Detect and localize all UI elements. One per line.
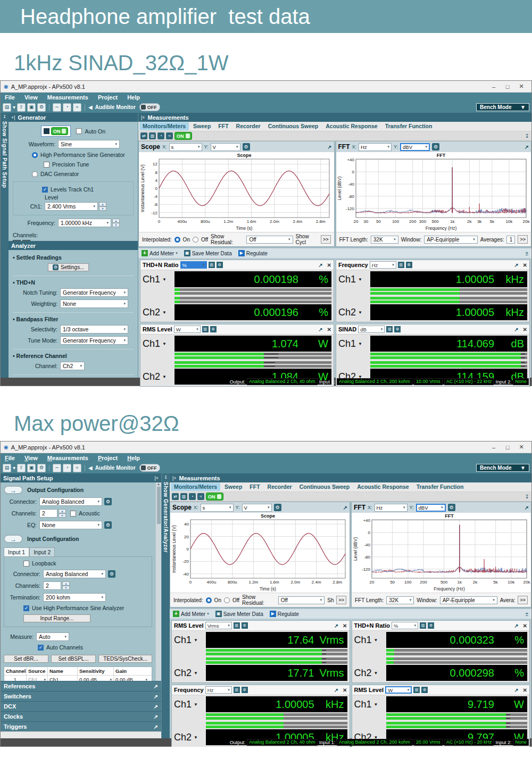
tab-continuous-sweep[interactable]: Continuous Sweep xyxy=(265,122,322,130)
popup-icon[interactable]: ↗ xyxy=(154,714,158,720)
generator-monitor-icon[interactable]: ⇄ xyxy=(172,493,179,500)
tab-transfer-function[interactable]: Transfer Function xyxy=(413,483,467,491)
new-file-icon[interactable]: ▤ xyxy=(3,464,11,472)
show-signal-path-setup-strip[interactable]: ↧ Show Signal Path Setup xyxy=(1,113,9,378)
maximize-button[interactable]: □ xyxy=(501,444,514,451)
pin-icon[interactable]: |+ xyxy=(172,476,177,481)
input-channels-stepper[interactable]: ▲▼ xyxy=(62,581,70,590)
y-axis-dropdown[interactable]: dBV▾ xyxy=(416,504,446,512)
hp-analyzer-checkbox[interactable]: ✓ xyxy=(23,605,29,611)
tab-acoustic-response[interactable]: Acoustic Response xyxy=(354,483,412,491)
sidebar-item-dcx[interactable]: DCX↗ xyxy=(1,701,161,711)
acoustic-checkbox[interactable]: Acoustic xyxy=(70,510,100,517)
cell-name[interactable]: Ch1 xyxy=(48,676,78,681)
tab-recorder[interactable]: Recorder xyxy=(264,483,295,491)
bench-mode-select[interactable]: Bench Mode▼ xyxy=(476,103,529,111)
meter-display-icon[interactable]: ▥ xyxy=(209,262,215,268)
maximize-button[interactable]: □ xyxy=(501,84,514,90)
more-options-button[interactable]: >> xyxy=(518,596,528,604)
save-meter-data-button[interactable]: ▣Save Meter Data xyxy=(215,611,263,617)
sine-generator-icon[interactable]: ∼ xyxy=(53,103,61,112)
close-icon[interactable]: ✕ xyxy=(327,327,331,332)
interpolated-on-radio[interactable] xyxy=(206,597,212,603)
popup-icon[interactable]: ↗ xyxy=(343,505,347,511)
popup-icon[interactable]: ↗ xyxy=(514,262,518,268)
popup-icon[interactable]: ↗ xyxy=(154,704,158,710)
input-range-button[interactable]: Input Range... xyxy=(23,614,90,622)
y-axis-dropdown[interactable]: dBV▾ xyxy=(400,143,430,151)
scope-monitor-icon[interactable]: ≈ xyxy=(166,132,173,139)
x-axis-dropdown[interactable]: s▾ xyxy=(169,143,202,151)
titlebar[interactable]: ◉ A_MP.approjx - APx500 v8.1 – □ ✕ xyxy=(1,442,531,453)
import-icon[interactable]: ⇧ xyxy=(17,464,26,472)
new-file-dropdown-icon[interactable]: ▾ xyxy=(13,465,15,471)
meter-clock-icon[interactable]: ◔ xyxy=(63,103,71,112)
meter-display-icon[interactable]: ▥ xyxy=(234,622,240,629)
menu-project[interactable]: Project xyxy=(98,455,118,461)
channel-label[interactable]: Ch1▼ xyxy=(143,338,174,349)
dac-generator-radio[interactable] xyxy=(32,171,38,177)
close-icon[interactable]: ✕ xyxy=(523,623,527,629)
measurement-on-toggle[interactable]: ON xyxy=(206,493,223,501)
show-generator-analyzer-strip[interactable]: ↧ Show Generator/Analyzer xyxy=(162,473,170,738)
fft-length-dropdown[interactable]: 32K▾ xyxy=(371,236,398,244)
tab-transfer-function[interactable]: Transfer Function xyxy=(382,122,436,130)
checkbox[interactable] xyxy=(70,511,76,517)
menu-help[interactable]: Help xyxy=(127,94,140,101)
frequency-stepper[interactable]: ▲▼ xyxy=(112,219,120,227)
eq-dropdown[interactable]: None▾ xyxy=(39,521,102,529)
popup-icon[interactable]: ↗ xyxy=(514,327,518,332)
channel-label[interactable]: Ch1▼ xyxy=(174,635,206,646)
channel-label[interactable]: Ch1▼ xyxy=(338,274,370,285)
sidebar-item-switchers[interactable]: Switchers↗ xyxy=(1,691,161,701)
measure-dropdown[interactable]: Auto▾ xyxy=(36,632,69,641)
channel-label[interactable]: Ch1▼ xyxy=(143,274,174,285)
tab-acoustic-response[interactable]: Acoustic Response xyxy=(322,122,380,130)
save-icon[interactable]: ▣ xyxy=(27,464,36,472)
meter-settings-gear-icon[interactable]: ⚙ xyxy=(428,622,434,629)
channel-label[interactable]: Ch1▼ xyxy=(174,699,206,710)
analyzer-panel-header[interactable]: Analyzer xyxy=(9,241,138,250)
popup-icon[interactable]: ↗ xyxy=(154,684,158,689)
output-connector-settings-icon[interactable]: ⚙ xyxy=(104,498,112,505)
popup-icon[interactable]: ↗ xyxy=(154,724,158,730)
generator-monitor-icon[interactable]: ⇄ xyxy=(140,132,147,139)
add-meter-button[interactable]: +Add Meter▾ xyxy=(142,250,178,256)
import-icon[interactable]: ⇧ xyxy=(17,103,26,112)
menu-measurements[interactable]: Measurements xyxy=(47,94,88,101)
close-icon[interactable]: ✕ xyxy=(343,687,347,693)
meter-settings-gear-icon[interactable]: ⚙ xyxy=(421,687,428,693)
checkbox[interactable] xyxy=(76,128,82,134)
tab-fft[interactable]: FFT xyxy=(246,483,263,491)
vertical-scrollbar[interactable]: ▲ xyxy=(155,482,161,681)
meter-settings-gear-icon[interactable]: ⚙ xyxy=(242,687,248,693)
popup-icon[interactable]: ↗ xyxy=(525,505,529,511)
button-tedssyscheck[interactable]: TEDS/SysCheck... xyxy=(98,655,152,663)
sidebar-item-references[interactable]: References↗ xyxy=(1,681,161,691)
pin-icon[interactable]: +| xyxy=(11,115,15,120)
tab-monitors-meters[interactable]: Monitors/Meters xyxy=(139,122,189,130)
field-dropdown[interactable]: 1/3 octave▾ xyxy=(60,325,128,334)
menu-measurements[interactable]: Measurements xyxy=(47,455,88,461)
button-setdbr[interactable]: Set dBR... xyxy=(4,655,48,663)
popup-icon[interactable]: ↗ xyxy=(514,687,518,693)
window-dropdown[interactable]: AP-Equiripple▾ xyxy=(440,596,497,604)
menu-file[interactable]: File xyxy=(5,94,15,101)
tab-monitors-meters[interactable]: Monitors/Meters xyxy=(171,483,220,491)
input-channels-field[interactable]: 2 xyxy=(43,581,61,590)
tab-fft[interactable]: FFT xyxy=(215,122,231,130)
settled-meters-icon[interactable]: ◔ xyxy=(157,132,164,139)
channel-label[interactable]: Ch1▼ xyxy=(338,338,370,349)
level-meters-icon[interactable]: ▥ xyxy=(149,132,156,139)
close-button[interactable]: ✕ xyxy=(514,444,528,451)
auto-on-checkbox[interactable]: Auto On xyxy=(76,128,105,135)
panel-settings-gear-icon[interactable]: ⚙ xyxy=(274,504,281,511)
generator-panel-header[interactable]: +| Generator xyxy=(9,113,138,122)
close-button[interactable]: ✕ xyxy=(514,83,528,90)
button-setdbspl[interactable]: Set dBSPL... xyxy=(51,655,96,663)
level-meters-icon[interactable]: ▥ xyxy=(180,493,187,500)
waveform-dropdown[interactable]: Sine▾ xyxy=(58,140,120,148)
x-axis-dropdown[interactable]: Hz▾ xyxy=(359,143,392,151)
panel-settings-gear-icon[interactable]: ⚙ xyxy=(432,143,439,151)
sidebar-item-clocks[interactable]: Clocks↗ xyxy=(1,711,161,721)
